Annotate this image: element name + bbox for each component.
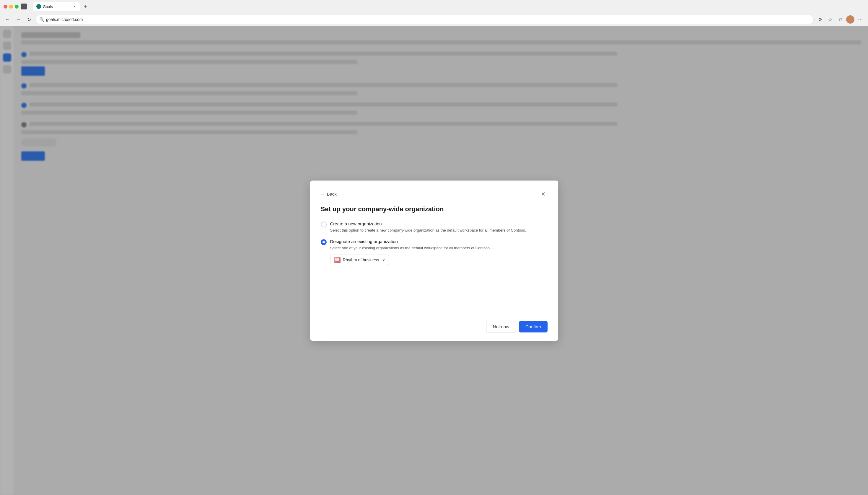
active-tab[interactable]: Goals ✕	[33, 2, 80, 11]
minimize-traffic-light[interactable]	[9, 5, 13, 8]
option-designate-existing-label: Designate an existing organization	[330, 239, 547, 244]
modal-spacer	[321, 271, 547, 307]
radio-designate-existing[interactable]	[321, 239, 327, 245]
close-button[interactable]: ✕	[539, 190, 547, 198]
tab-title: Goals	[43, 4, 53, 9]
option-designate-existing: Designate an existing organization Selec…	[321, 239, 547, 265]
not-now-button[interactable]: Not now	[486, 321, 516, 332]
browser-chrome: Goals ✕ + ← → ↻ 🔍 goals.microsoft.com ⚙	[0, 0, 868, 26]
back-button[interactable]: ← Back	[321, 191, 337, 197]
forward-button[interactable]: →	[14, 15, 22, 23]
address-text: goals.microsoft.com	[46, 17, 83, 22]
option-create-new-desc: Select this option to create a new compa…	[330, 227, 547, 233]
favorites-icon[interactable]: ☆	[826, 15, 834, 23]
browser-toolbar: ← → ↻ 🔍 goals.microsoft.com ⚙ ☆ ⧉ ⋯	[0, 13, 868, 26]
sidebar-toggle-icon[interactable]	[21, 3, 27, 10]
browser-tabs: Goals ✕ +	[33, 2, 865, 11]
back-arrow-icon: ←	[321, 191, 325, 197]
option-create-new-content: Create a new organization Select this op…	[330, 221, 547, 233]
toolbar-actions: ⚙ ☆ ⧉ ⋯	[816, 15, 865, 23]
search-icon: 🔍	[39, 17, 44, 22]
modal-title: Set up your company-wide organization	[321, 205, 547, 213]
tab-favicon	[36, 4, 41, 9]
profile-avatar[interactable]	[846, 15, 854, 23]
org-name: Rhythm of business	[343, 258, 379, 262]
more-icon[interactable]: ⋯	[856, 15, 865, 23]
modal-header: ← Back ✕	[321, 190, 547, 198]
shield-icon[interactable]: ⚙	[816, 15, 824, 23]
refresh-button[interactable]: ↻	[25, 15, 33, 23]
collections-icon[interactable]: ⧉	[836, 15, 845, 23]
close-icon: ✕	[541, 191, 545, 197]
back-label: Back	[327, 191, 337, 197]
org-dropdown[interactable]: RB Rhythm of business ∨	[330, 255, 389, 265]
chevron-down-icon: ∨	[382, 258, 385, 262]
new-tab-button[interactable]: +	[81, 2, 89, 11]
tab-close-button[interactable]: ✕	[72, 4, 77, 9]
modal-footer: Not now Confirm	[321, 316, 547, 332]
radio-create-new[interactable]	[321, 222, 327, 227]
address-bar[interactable]: 🔍 goals.microsoft.com	[35, 15, 814, 24]
back-button[interactable]: ←	[3, 15, 12, 23]
traffic-lights	[3, 5, 19, 8]
modal-overlay: ← Back ✕ Set up your company-wide organi…	[0, 26, 868, 495]
confirm-button[interactable]: Confirm	[519, 321, 547, 332]
modal-dialog: ← Back ✕ Set up your company-wide organi…	[310, 181, 558, 341]
org-avatar: RB	[334, 257, 341, 263]
close-traffic-light[interactable]	[3, 5, 7, 8]
option-create-new: Create a new organization Select this op…	[321, 221, 547, 233]
option-create-new-label: Create a new organization	[330, 221, 547, 226]
maximize-traffic-light[interactable]	[15, 5, 19, 8]
option-designate-existing-content: Designate an existing organization Selec…	[330, 239, 547, 265]
browser-titlebar: Goals ✕ +	[0, 0, 868, 13]
page-content-area: ← Back ✕ Set up your company-wide organi…	[0, 26, 868, 495]
option-designate-existing-desc: Select one of your existing organization…	[330, 245, 547, 251]
